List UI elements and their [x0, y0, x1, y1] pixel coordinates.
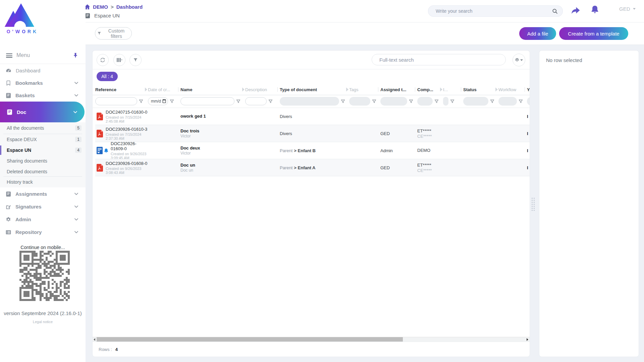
chevron-down-icon: [74, 218, 78, 221]
columns-icon: [116, 58, 122, 62]
calendar-icon[interactable]: [162, 99, 166, 103]
add-a-file-button[interactable]: Add a file: [519, 27, 556, 40]
table-row[interactable]: DOC230926-01609-0 Created on 9/26/2023 3…: [95, 142, 530, 159]
clipped-cell-text: I: [527, 165, 530, 170]
sidebar-item-repository[interactable]: Repository: [0, 226, 86, 238]
document-name-sub: Doc un: [180, 168, 245, 173]
document-created: Created on 9/26/2023 3:08:43 AM: [106, 167, 148, 175]
name-filter-input[interactable]: [180, 97, 234, 105]
filter-cell-y: [527, 97, 530, 106]
i-filter-disabled: [443, 97, 448, 106]
panel-resize-handle[interactable]: [532, 198, 535, 211]
column-header-tags[interactable]: Tags: [349, 84, 380, 95]
sidebar-item-doc-active[interactable]: Doc: [0, 102, 85, 122]
count-badge: 1: [75, 137, 82, 142]
divider: [93, 69, 530, 69]
document-created: Created on 7/15/2024 2:37:30 AM: [106, 132, 148, 140]
comp-filter-disabled: [417, 97, 433, 106]
legal-notice-link[interactable]: Legal notice: [0, 320, 86, 324]
table-settings-button[interactable]: [513, 54, 525, 66]
funnel-icon[interactable]: [236, 99, 240, 104]
funnel-icon[interactable]: [170, 99, 174, 104]
tags-filter-disabled: [349, 97, 370, 106]
table-body: DOC240715-01630-0 Created on 7/15/2024 2…: [95, 108, 530, 176]
sidebar-item-assignments[interactable]: Assignments: [0, 188, 86, 200]
sidebar-item-signatures[interactable]: Signatures: [0, 200, 86, 213]
pin-sidebar-icon[interactable]: [73, 53, 78, 58]
horizontal-scrollbar[interactable]: [93, 337, 530, 342]
column-header-y[interactable]: Y...: [527, 84, 530, 95]
signature-pen-icon: [6, 204, 11, 209]
table-row[interactable]: DOC230926-01610-3 Created on 7/15/2024 2…: [95, 125, 530, 142]
assigned-to: Admin: [380, 148, 417, 153]
column-header-i[interactable]: I...: [443, 84, 463, 95]
scroll-left-arrow-icon[interactable]: [94, 338, 95, 341]
column-header-comp[interactable]: Comp...: [417, 84, 443, 95]
column-header-name[interactable]: Name: [180, 84, 245, 95]
search-icon[interactable]: [552, 8, 558, 14]
scrollbar-thumb[interactable]: [97, 337, 403, 342]
funnel-icon[interactable]: [268, 99, 273, 104]
filter-icon: [133, 58, 138, 62]
documents-table-panel: All : 4 Reference Date of cr... Name Des…: [92, 50, 530, 357]
current-space: Espace UN: [85, 13, 120, 18]
column-header-type[interactable]: Type of document: [280, 84, 349, 95]
column-header-assigned[interactable]: Assigned t...: [380, 84, 417, 95]
column-header-description[interactable]: Description: [245, 84, 280, 95]
hamburger-menu-icon[interactable]: [6, 53, 12, 58]
status-filter-disabled: [463, 97, 488, 106]
sidebar-item-bookmarks[interactable]: Bookmarks: [0, 77, 86, 89]
funnel-icon[interactable]: [372, 99, 376, 104]
filter-cell-description: [245, 97, 280, 105]
chevron-down-icon: [520, 59, 523, 61]
app-logo[interactable]: O'WORK: [4, 3, 41, 34]
y-filter-disabled: [527, 97, 530, 106]
global-search-input[interactable]: [428, 8, 552, 14]
submenu-history-track[interactable]: History track: [0, 177, 86, 187]
submenu-espace-deux[interactable]: Espace DEUX 1: [0, 134, 86, 145]
submenu-all-the-documents[interactable]: All the documents 5: [0, 123, 86, 133]
owork-logo-icon: [4, 3, 35, 28]
funnel-icon[interactable]: [490, 99, 494, 104]
funnel-icon[interactable]: [450, 99, 454, 104]
chevron-down-icon: [633, 8, 636, 10]
funnel-icon[interactable]: [434, 99, 439, 104]
funnel-icon[interactable]: [139, 99, 143, 104]
reference-filter-input[interactable]: [95, 97, 137, 105]
share-icon[interactable]: [571, 5, 580, 15]
funnel-icon[interactable]: [409, 99, 413, 104]
filter-button[interactable]: [129, 54, 142, 66]
sidebar-item-baskets[interactable]: Baskets: [0, 89, 86, 102]
custom-filters-button[interactable]: Custom filters: [95, 27, 132, 40]
assigned-to: GED: [380, 165, 417, 170]
funnel-icon[interactable]: [341, 99, 345, 104]
notifications-bell-icon[interactable]: [590, 5, 599, 14]
fulltext-search: [372, 54, 506, 65]
columns-button[interactable]: [113, 54, 125, 66]
space-name: Espace UN: [94, 13, 120, 18]
breadcrumb-current-link[interactable]: Dashboard: [116, 4, 143, 10]
column-header-status[interactable]: Status: [463, 84, 498, 95]
table-row[interactable]: DOC230926-01608-0 Created on 9/26/2023 3…: [95, 159, 530, 176]
user-menu[interactable]: GED: [619, 6, 636, 12]
breadcrumb-root-link[interactable]: DEMO: [93, 4, 108, 10]
fulltext-search-input[interactable]: [372, 57, 505, 63]
refresh-button[interactable]: [97, 54, 109, 66]
sidebar-item-dashboard[interactable]: Dashboard: [0, 64, 86, 77]
funnel-icon[interactable]: [519, 99, 523, 104]
submenu-deleted-documents[interactable]: Deleted documents: [0, 166, 86, 177]
scroll-right-arrow-icon[interactable]: [527, 338, 528, 341]
all-filter-chip[interactable]: All : 4: [97, 72, 118, 81]
column-header-reference[interactable]: Reference: [95, 84, 148, 95]
submenu-sharing-documents[interactable]: Sharing documents: [0, 156, 86, 166]
sidebar-item-admin[interactable]: Admin: [0, 213, 86, 226]
submenu-espace-un[interactable]: Espace UN 4: [0, 145, 86, 156]
create-from-template-button[interactable]: Create from a template: [559, 27, 628, 40]
column-header-workflow[interactable]: Workflow: [498, 84, 527, 95]
table-row[interactable]: DOC240715-01630-0 Created on 7/15/2024 2…: [95, 108, 530, 125]
document-type: > Enfant B: [294, 148, 316, 153]
document-created: Created on 9/26/2023 3:09:45 AM: [111, 152, 148, 159]
column-header-date[interactable]: Date of cr...: [148, 84, 180, 95]
document-reference: DOC240715-01630-0: [106, 110, 148, 115]
description-filter-input[interactable]: [245, 97, 267, 105]
